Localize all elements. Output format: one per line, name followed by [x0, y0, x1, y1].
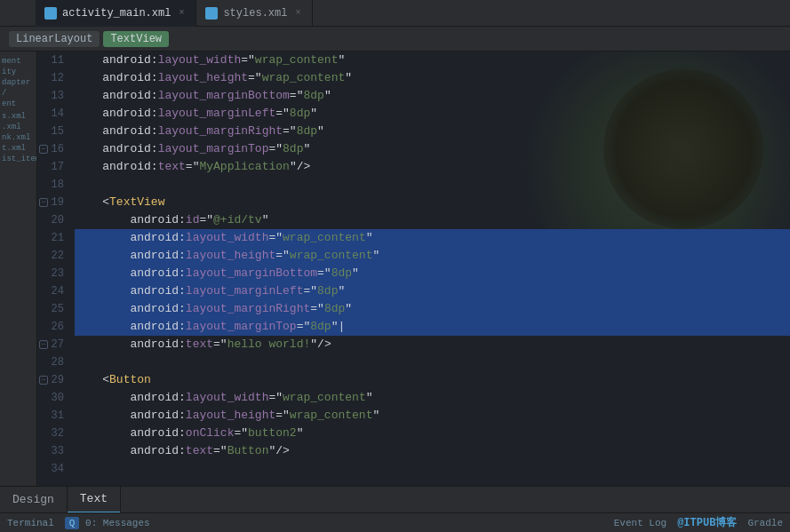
line-num-22: 22	[37, 247, 64, 265]
code-line-28[interactable]	[75, 353, 790, 371]
tab-design-label: Design	[12, 493, 54, 506]
line-num-15: 15	[37, 123, 64, 140]
event-log-label[interactable]: Event Log	[614, 518, 666, 528]
line-num-32: 32	[37, 425, 64, 442]
sidebar-item-7[interactable]: s.xml	[0, 111, 36, 122]
line-num-11: 11	[37, 52, 64, 69]
code-line-11[interactable]: android:layout_width="wrap_content"	[75, 52, 790, 69]
breadcrumb-linearlayout[interactable]: LinearLayout	[9, 31, 100, 47]
code-line-25[interactable]: android:layout_marginRight="8dp"	[75, 300, 790, 318]
bottom-tab-bar: Design Text	[0, 486, 790, 512]
messages-badge[interactable]: Q 0: Messages	[65, 518, 150, 528]
xml-file-icon	[44, 7, 57, 20]
fold-icon-16[interactable]: −	[39, 145, 48, 154]
editor-area[interactable]: 1112131415−161718−1920212223242526−2728−…	[37, 52, 790, 486]
code-line-22[interactable]: android:layout_height="wrap_content"	[75, 247, 790, 265]
code-line-32[interactable]: android:onClick="button2"	[75, 425, 790, 442]
code-line-29[interactable]: <Button	[75, 371, 790, 389]
tab-styles[interactable]: styles.xml ×	[196, 0, 313, 27]
line-num-19: −19	[37, 194, 64, 211]
tab-text-label: Text	[80, 492, 108, 505]
code-line-14[interactable]: android:layout_marginLeft="8dp"	[75, 105, 790, 123]
tab-text[interactable]: Text	[68, 487, 121, 513]
sidebar-item-10[interactable]: t.xml	[0, 143, 36, 154]
code-line-23[interactable]: android:layout_marginBottom="8dp"	[75, 265, 790, 282]
sidebar-item-11[interactable]: ist_item	[0, 154, 36, 164]
fold-icon-29[interactable]: −	[39, 376, 48, 385]
code-line-30[interactable]: android:layout_width="wrap_content"	[75, 389, 790, 407]
line-num-28: 28	[37, 353, 64, 371]
line-num-33: 33	[37, 442, 64, 460]
code-line-20[interactable]: android:id="@+id/tv"	[75, 211, 790, 229]
fold-icon-19[interactable]: −	[39, 198, 48, 207]
fold-icon-27[interactable]: −	[39, 340, 48, 349]
line-num-25: 25	[37, 300, 64, 318]
line-num-20: 20	[37, 211, 64, 229]
sidebar-item-3[interactable]: dapter	[0, 77, 36, 88]
line-num-21: 21	[37, 229, 64, 247]
breadcrumb-linearlayout-label: LinearLayout	[16, 33, 92, 45]
breadcrumb-textview-label: TextView	[110, 33, 162, 45]
code-area-wrapper[interactable]: android:layout_width="wrap_content" andr…	[71, 52, 790, 486]
line-numbers: 1112131415−161718−1920212223242526−2728−…	[37, 52, 71, 486]
line-num-26: 26	[37, 318, 64, 336]
status-right: Event Log @ITPUB博客 Gradle	[614, 515, 783, 530]
line-num-27: −27	[37, 336, 64, 353]
line-num-13: 13	[37, 87, 64, 105]
status-bar: Terminal Q 0: Messages Event Log @ITPUB博…	[0, 512, 790, 532]
sidebar-item-9[interactable]: nk.xml	[0, 132, 36, 143]
gradle-label[interactable]: Gradle	[747, 518, 783, 528]
code-line-12[interactable]: android:layout_height="wrap_content"	[75, 69, 790, 87]
line-num-23: 23	[37, 265, 64, 282]
main-container: ment ity dapter / ent s.xml .xml nk.xml …	[0, 52, 790, 486]
code-line-19[interactable]: <TextView	[75, 194, 790, 211]
sidebar-item-1[interactable]: ment	[0, 56, 36, 67]
line-num-30: 30	[37, 389, 64, 407]
code-line-13[interactable]: android:layout_marginBottom="8dp"	[75, 87, 790, 105]
sidebar-item-8[interactable]: .xml	[0, 122, 36, 132]
sidebar: ment ity dapter / ent s.xml .xml nk.xml …	[0, 52, 37, 486]
code-line-21[interactable]: android:layout_width="wrap_content"	[75, 229, 790, 247]
code-line-31[interactable]: android:layout_height="wrap_content"	[75, 407, 790, 425]
code-line-17[interactable]: android:text="MyApplication"/>	[75, 158, 790, 176]
tab-bar: activity_main.xml × styles.xml ×	[0, 0, 790, 27]
line-num-34: 34	[37, 460, 64, 478]
status-left: Terminal Q 0: Messages	[7, 518, 150, 528]
tab-activity-main[interactable]: activity_main.xml ×	[36, 0, 196, 27]
tab-close-button-2[interactable]: ×	[292, 8, 303, 19]
line-num-16: −16	[37, 140, 64, 158]
line-num-31: 31	[37, 407, 64, 425]
line-num-12: 12	[37, 69, 64, 87]
tab-design[interactable]: Design	[0, 487, 68, 513]
line-num-17: 17	[37, 158, 64, 176]
tab-label-2: styles.xml	[223, 7, 287, 20]
tab-close-button[interactable]: ×	[176, 8, 187, 19]
xml-file-icon-2	[205, 7, 218, 20]
sidebar-item-4[interactable]: /	[0, 88, 36, 99]
tab-label: activity_main.xml	[62, 7, 171, 20]
sidebar-item-2[interactable]: ity	[0, 67, 36, 77]
branding-label: @ITPUB博客	[677, 515, 737, 530]
breadcrumb-textview[interactable]: TextView	[103, 31, 169, 47]
line-num-24: 24	[37, 282, 64, 300]
messages-icon: Q	[65, 517, 80, 529]
breadcrumb-bar: LinearLayout TextView	[0, 27, 790, 52]
terminal-label[interactable]: Terminal	[7, 518, 54, 528]
line-num-18: 18	[37, 176, 64, 194]
line-num-29: −29	[37, 371, 64, 389]
code-line-15[interactable]: android:layout_marginRight="8dp"	[75, 123, 790, 140]
line-num-14: 14	[37, 105, 64, 123]
code-line-26[interactable]: android:layout_marginTop="8dp"|	[75, 318, 790, 336]
messages-label: 0: Messages	[85, 518, 150, 528]
code-line-24[interactable]: android:layout_marginLeft="8dp"	[75, 282, 790, 300]
sidebar-item-5[interactable]: ent	[0, 99, 36, 109]
code-line-27[interactable]: android:text="hello world!"/>	[75, 336, 790, 353]
code-line-34[interactable]	[75, 460, 790, 478]
code-content[interactable]: android:layout_width="wrap_content" andr…	[71, 52, 790, 486]
code-line-33[interactable]: android:text="Button"/>	[75, 442, 790, 460]
code-line-18[interactable]	[75, 176, 790, 194]
code-line-16[interactable]: android:layout_marginTop="8dp"	[75, 140, 790, 158]
